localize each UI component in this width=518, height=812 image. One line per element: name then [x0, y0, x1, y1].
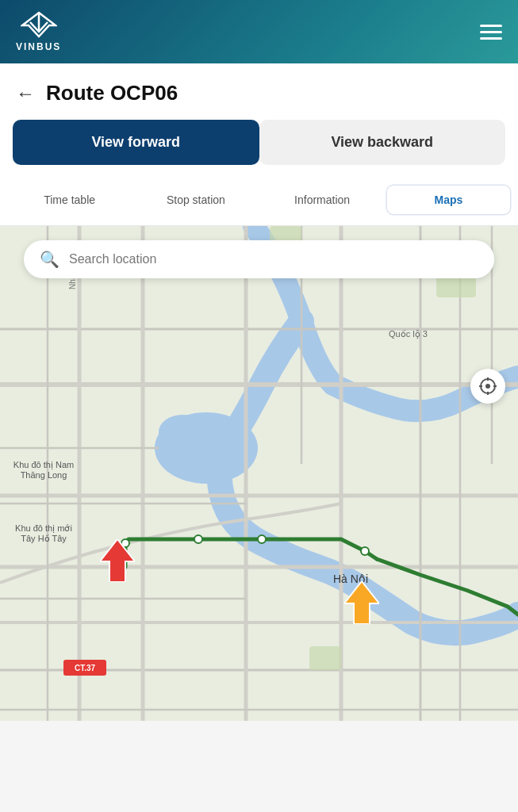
svg-text:Quốc lộ 3: Quốc lộ 3 [389, 329, 428, 339]
svg-text:Khu đô thị mới: Khu đô thị mới [15, 523, 72, 534]
tab-stopstation[interactable]: Stop station [134, 186, 257, 214]
svg-point-41 [485, 384, 490, 389]
view-forward-button[interactable]: View forward [13, 120, 259, 165]
search-bar: 🔍 [24, 240, 494, 278]
route-title: Route OCP06 [46, 81, 178, 105]
svg-text:CT.37: CT.37 [75, 664, 96, 672]
svg-point-4 [159, 415, 206, 450]
hamburger-button[interactable] [480, 25, 502, 40]
svg-text:Thăng Long: Thăng Long [21, 470, 67, 480]
tab-timetable[interactable]: Time table [8, 186, 131, 214]
map-background: Khu đô thị Nam Thăng Long Khu đô thị mới… [0, 226, 518, 721]
logo-area: VINBUS [16, 11, 61, 52]
hamburger-line-2 [480, 31, 502, 33]
tab-information[interactable]: Information [261, 186, 384, 214]
view-backward-button[interactable]: View backward [259, 120, 506, 165]
hamburger-line-3 [480, 37, 502, 40]
view-direction-toggle: View forward View backward [0, 120, 518, 178]
logo-text: VINBUS [16, 41, 61, 52]
back-button[interactable]: ← [16, 82, 35, 105]
hamburger-line-1 [480, 25, 502, 27]
search-icon: 🔍 [40, 250, 59, 269]
tab-maps[interactable]: Maps [387, 186, 510, 214]
svg-text:Hà Nội: Hà Nội [333, 573, 368, 585]
vinbus-logo-icon [21, 11, 57, 40]
svg-rect-26 [309, 646, 341, 670]
map-container: Khu đô thị Nam Thăng Long Khu đô thị mới… [0, 226, 518, 721]
svg-text:Tây Hồ Tây: Tây Hồ Tây [21, 534, 67, 543]
location-icon [479, 377, 497, 395]
app-header: VINBUS [0, 0, 518, 63]
my-location-button[interactable] [470, 369, 505, 404]
tab-bar: Time table Stop station Information Maps [0, 178, 518, 226]
svg-text:Khu đô thị Nam: Khu đô thị Nam [13, 460, 74, 470]
route-header: ← Route OCP06 [0, 63, 518, 120]
search-input[interactable] [69, 252, 478, 266]
